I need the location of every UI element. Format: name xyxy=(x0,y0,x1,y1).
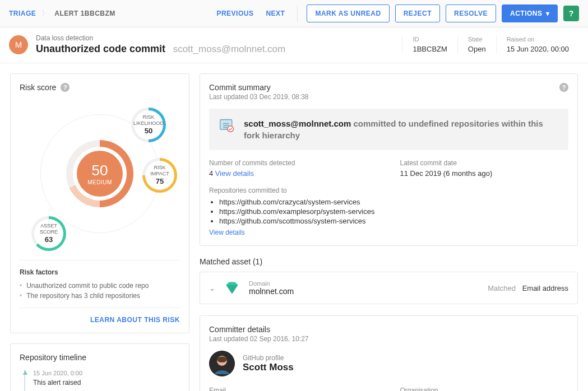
page-title: Unauthorized code commit xyxy=(36,43,165,54)
meta-state: State Open xyxy=(457,36,496,53)
meta-id-label: ID xyxy=(413,36,447,43)
risk-score-title-text: Risk score xyxy=(20,83,56,92)
commit-kv: Number of commits detected 4 View detail… xyxy=(209,159,568,178)
latest-commit: Latest commit date 11 Dec 2019 (6 months… xyxy=(400,159,569,178)
matched-asset-title: Matched asset (1) xyxy=(200,257,578,266)
risk-score-card: Risk score ? 50 MEDIUM RISK LIKELIHOOD50… xyxy=(10,73,189,333)
alert-header: M Data loss detection Unauthorized code … xyxy=(0,27,588,63)
profile-picture xyxy=(209,351,235,376)
commit-summary-card: Commit summary Last updated 03 Dec 2019,… xyxy=(200,73,578,246)
risk-impact-label: RISK IMPACT xyxy=(150,165,169,176)
timeline-title: Repository timeline xyxy=(20,353,180,362)
timeline-arrow-icon: ▲ xyxy=(21,367,29,376)
svg-marker-3 xyxy=(226,285,238,294)
avatar: M xyxy=(9,35,28,54)
actions-label: ACTIONS xyxy=(510,10,543,17)
repos-list: https://github.com/crazycat/system-servi… xyxy=(219,198,568,225)
risk-visualization: 50 MEDIUM RISK LIKELIHOOD50 RISK IMPACT7… xyxy=(21,95,178,252)
commit-summary-title: Commit summary xyxy=(209,83,308,92)
risk-score-label: MEDIUM xyxy=(87,179,112,185)
matched-asset-row[interactable]: ⌄ Domain molnnet.com Matched Email addre… xyxy=(200,272,578,304)
meta-raised: Raised on 15 Jun 2020, 00:00 xyxy=(496,36,579,53)
risk-score-value: 50 xyxy=(92,162,108,179)
asset-match: Matched Email address xyxy=(488,284,568,292)
repos-committed: Repositories committed to https://github… xyxy=(209,187,568,236)
risk-score-title: Risk score ? xyxy=(20,83,180,92)
asset-score-label: ASSET SCORE xyxy=(40,223,58,235)
meta-state-value: Open xyxy=(468,45,486,53)
learn-about-risk-link[interactable]: LEARN ABOUT THIS RISK xyxy=(20,316,180,324)
meta-state-label: State xyxy=(468,36,486,43)
chevron-down-icon: ▾ xyxy=(546,10,550,17)
view-details-link[interactable]: View details xyxy=(215,169,254,178)
committer-details-card: Committer details Last updated 02 Sep 20… xyxy=(200,315,578,391)
repo-item: https://github.com/examplesorp/system-se… xyxy=(219,207,568,216)
commit-summary-updated: Last updated 03 Dec 2019, 08:38 xyxy=(209,93,308,101)
email-label: Email xyxy=(209,387,378,391)
asset-score-gauge: ASSET SCORE63 xyxy=(31,216,66,251)
view-details-link[interactable]: View details xyxy=(209,229,245,236)
commit-banner-actor: scott_moss@molnnet.com xyxy=(244,119,351,128)
risk-factor-item: The repository has 3 child repositories xyxy=(20,292,180,300)
timeline-entry-title: This alert raised xyxy=(33,379,180,387)
risk-likelihood-value: 50 xyxy=(133,127,164,136)
header-main: Data loss detection Unauthorized code co… xyxy=(36,34,394,55)
timeline-entry-date: 15 Jun 2020, 0:00 xyxy=(33,370,180,376)
risk-score-core: 50 MEDIUM xyxy=(77,151,123,197)
profile-name: Scott Moss xyxy=(243,362,294,373)
commits-count: 4 xyxy=(209,169,213,178)
separator xyxy=(297,5,298,22)
risk-impact-gauge: RISK IMPACT75 xyxy=(142,158,177,193)
mark-unread-button[interactable]: MARK AS UNREAD xyxy=(307,4,389,22)
breadcrumb-triage[interactable]: TRIAGE xyxy=(9,10,36,17)
page-subtitle: scott_moss@molnnet.com xyxy=(173,44,286,54)
org-label: Organisation xyxy=(400,387,569,391)
profile-text: GitHub profile Scott Moss xyxy=(243,354,294,373)
body: Risk score ? 50 MEDIUM RISK LIKELIHOOD50… xyxy=(0,63,588,391)
header-kicker: Data loss detection xyxy=(36,34,394,42)
left-column: Risk score ? 50 MEDIUM RISK LIKELIHOOD50… xyxy=(10,73,189,391)
commits-detected: Number of commits detected 4 View detail… xyxy=(209,159,378,178)
repo-item: https://github.com/crazycat/system-servi… xyxy=(219,198,568,206)
help-icon[interactable]: ? xyxy=(563,6,579,21)
risk-impact-value: 75 xyxy=(150,177,169,186)
repository-timeline-card: Repository timeline ▲ 15 Jun 2020, 0:00 … xyxy=(10,343,189,391)
asset-info: Domain molnnet.com xyxy=(249,280,294,296)
risk-likelihood-label: RISK LIKELIHOOD xyxy=(133,114,164,126)
divider xyxy=(18,308,181,308)
risk-factors-title: Risk factors xyxy=(20,268,180,276)
asset-type-label: Domain xyxy=(249,280,294,287)
committer-fields: Email Organisation xyxy=(209,387,568,391)
timeline: ▲ 15 Jun 2020, 0:00 This alert raised M … xyxy=(20,370,180,391)
breadcrumb: TRIAGE 〉 ALERT 1BBCBZM xyxy=(9,8,115,18)
gem-icon xyxy=(224,280,240,296)
expand-icon[interactable]: ⌄ xyxy=(209,284,215,292)
asset-score-value: 63 xyxy=(40,235,58,244)
topbar-actions: PREVIOUS NEXT MARK AS UNREAD REJECT RESO… xyxy=(213,4,579,22)
meta-id-value: 1BBCBZM xyxy=(413,45,447,53)
previous-button[interactable]: PREVIOUS xyxy=(213,6,257,21)
help-icon[interactable]: ? xyxy=(559,83,568,92)
asset-value: molnnet.com xyxy=(249,287,294,296)
breadcrumb-current: ALERT 1BBCBZM xyxy=(54,10,115,17)
matched-label: Matched xyxy=(488,284,516,292)
resolve-button[interactable]: RESOLVE xyxy=(446,4,496,22)
help-icon[interactable]: ? xyxy=(61,83,70,92)
meta-raised-value: 15 Jun 2020, 00:00 xyxy=(507,45,569,53)
profile-label: GitHub profile xyxy=(243,354,294,362)
right-column: Commit summary Last updated 03 Dec 2019,… xyxy=(200,73,578,391)
committer-profile: GitHub profile Scott Moss xyxy=(209,351,568,376)
meta-raised-label: Raised on xyxy=(507,36,569,43)
next-button[interactable]: NEXT xyxy=(262,6,288,21)
repos-label: Repositories committed to xyxy=(209,187,568,194)
commit-banner: scott_moss@molnnet.com committed to unde… xyxy=(209,109,568,150)
topbar: TRIAGE 〉 ALERT 1BBCBZM PREVIOUS NEXT MAR… xyxy=(0,0,588,27)
actions-dropdown[interactable]: ACTIONS ▾ xyxy=(502,4,558,22)
commit-banner-text: scott_moss@molnnet.com committed to unde… xyxy=(244,118,558,141)
commit-icon xyxy=(219,118,235,133)
matched-value: Email address xyxy=(522,284,568,292)
reject-button[interactable]: REJECT xyxy=(395,4,440,22)
latest-commit-label: Latest commit date xyxy=(400,159,569,167)
committer-title: Committer details xyxy=(209,325,568,334)
repo-item: https://github.com/scottmoss/system-serv… xyxy=(219,217,568,225)
